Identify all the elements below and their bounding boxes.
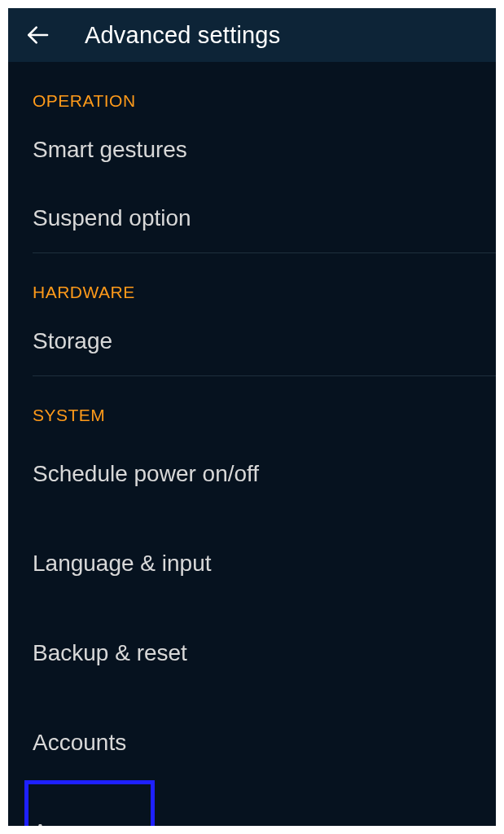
system-items: Schedule power on/off Language & input B… (33, 430, 496, 826)
appbar: Advanced settings (8, 8, 496, 62)
screen: Advanced settings OPERATION Smart gestur… (8, 8, 496, 826)
item-apps[interactable]: Apps (33, 788, 496, 826)
settings-content: OPERATION Smart gestures Suspend option … (8, 62, 496, 826)
page-title: Advanced settings (85, 22, 280, 49)
section-header-hardware: HARDWARE (33, 253, 496, 307)
item-accounts[interactable]: Accounts (33, 699, 496, 788)
section-header-system: SYSTEM (33, 376, 496, 430)
back-button[interactable] (20, 17, 55, 53)
item-backup-reset[interactable]: Backup & reset (33, 609, 496, 699)
item-schedule-power[interactable]: Schedule power on/off (33, 430, 496, 520)
item-smart-gestures[interactable]: Smart gestures (33, 116, 496, 184)
section-header-operation: OPERATION (33, 62, 496, 116)
back-arrow-icon (24, 22, 50, 48)
outer-frame: Advanced settings OPERATION Smart gestur… (0, 0, 504, 834)
item-language-input[interactable]: Language & input (33, 520, 496, 609)
item-suspend-option[interactable]: Suspend option (33, 184, 496, 252)
item-storage[interactable]: Storage (33, 307, 496, 375)
